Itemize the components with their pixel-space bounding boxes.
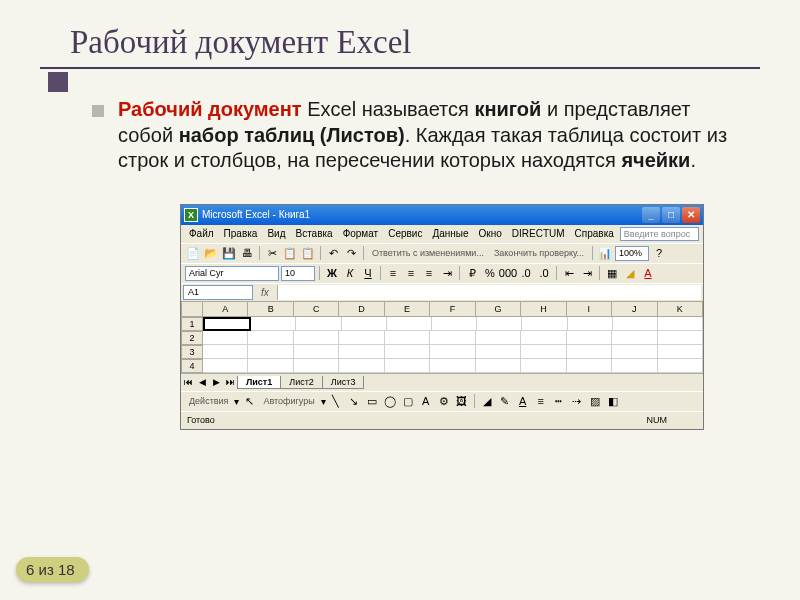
dashstyle-icon[interactable]: ┅	[551, 393, 567, 409]
fx-icon[interactable]: fx	[253, 287, 277, 298]
menu-format[interactable]: Формат	[339, 227, 383, 240]
menu-view[interactable]: Вид	[263, 227, 289, 240]
col-header[interactable]: F	[430, 301, 475, 317]
print-icon[interactable]: 🖶	[239, 245, 255, 261]
linestyle-icon[interactable]: ≡	[533, 393, 549, 409]
finish-review-label[interactable]: Закончить проверку...	[490, 248, 588, 258]
excel-app-icon: X	[184, 208, 198, 222]
rect-icon[interactable]: ▭	[364, 393, 380, 409]
currency-icon[interactable]: ₽	[464, 265, 480, 281]
pointer-icon[interactable]: ↖	[241, 393, 257, 409]
menu-help[interactable]: Справка	[571, 227, 618, 240]
zoom-combo[interactable]: 100%	[615, 246, 649, 261]
font-combo[interactable]: Arial Cyr	[185, 266, 279, 281]
row-header[interactable]: 4	[181, 359, 203, 373]
minimize-button[interactable]: _	[642, 207, 660, 223]
col-header[interactable]: I	[567, 301, 612, 317]
bold-icon[interactable]: Ж	[324, 265, 340, 281]
row-header[interactable]: 2	[181, 331, 203, 345]
new-icon[interactable]: 📄	[185, 245, 201, 261]
line-icon[interactable]: ╲	[328, 393, 344, 409]
inc-decimal-icon[interactable]: .0	[518, 265, 534, 281]
drawing-toolbar: Действия▾ ↖ Автофигуры▾ ╲ ↘ ▭ ◯ ▢ A ⚙ 🖼 …	[181, 391, 703, 411]
close-button[interactable]: ✕	[682, 207, 700, 223]
copy-icon[interactable]: 📋	[282, 245, 298, 261]
help-icon[interactable]: ?	[651, 245, 667, 261]
name-box[interactable]: A1	[183, 285, 253, 300]
col-header[interactable]: K	[658, 301, 703, 317]
sheet-tab-3[interactable]: Лист3	[322, 376, 365, 389]
spreadsheet-grid[interactable]: A B C D E F G H I J K 1 2 3 4	[181, 301, 703, 373]
3d-icon[interactable]: ◧	[605, 393, 621, 409]
paste-icon[interactable]: 📋	[300, 245, 316, 261]
shadow-icon[interactable]: ▨	[587, 393, 603, 409]
col-header[interactable]: C	[294, 301, 339, 317]
col-header[interactable]: J	[612, 301, 657, 317]
actions-menu[interactable]: Действия	[185, 396, 232, 406]
borders-icon[interactable]: ▦	[604, 265, 620, 281]
clipart-icon[interactable]: 🖼	[454, 393, 470, 409]
menu-data[interactable]: Данные	[428, 227, 472, 240]
save-icon[interactable]: 💾	[221, 245, 237, 261]
menu-window[interactable]: Окно	[475, 227, 506, 240]
select-all-cell[interactable]	[181, 301, 203, 317]
indent-out-icon[interactable]: ⇤	[561, 265, 577, 281]
open-icon[interactable]: 📂	[203, 245, 219, 261]
col-header[interactable]: G	[476, 301, 521, 317]
menu-directum[interactable]: DIRECTUM	[508, 227, 569, 240]
linecolor-icon[interactable]: ✎	[497, 393, 513, 409]
arrowstyle-icon[interactable]: ⇢	[569, 393, 585, 409]
text-red: Рабочий документ	[118, 98, 302, 120]
size-combo[interactable]: 10	[281, 266, 315, 281]
menu-edit[interactable]: Правка	[220, 227, 262, 240]
col-header[interactable]: B	[248, 301, 293, 317]
merge-icon[interactable]: ⇥	[439, 265, 455, 281]
tab-nav-next-icon[interactable]: ▶	[209, 377, 223, 387]
cell-a1[interactable]	[203, 317, 251, 331]
col-header[interactable]: E	[385, 301, 430, 317]
col-header[interactable]: A	[203, 301, 248, 317]
italic-icon[interactable]: К	[342, 265, 358, 281]
formula-bar[interactable]	[277, 285, 701, 300]
menu-file[interactable]: Файл	[185, 227, 218, 240]
tab-nav-prev-icon[interactable]: ◀	[195, 377, 209, 387]
format-toolbar: Arial Cyr 10 Ж К Ч ≡ ≡ ≡ ⇥ ₽ % 000 .0 .0…	[181, 263, 703, 283]
tab-nav-first-icon[interactable]: ⏮	[181, 377, 195, 387]
col-header[interactable]: H	[521, 301, 566, 317]
align-left-icon[interactable]: ≡	[385, 265, 401, 281]
oval-icon[interactable]: ◯	[382, 393, 398, 409]
indent-in-icon[interactable]: ⇥	[579, 265, 595, 281]
redo-icon[interactable]: ↷	[343, 245, 359, 261]
help-question-input[interactable]: Введите вопрос	[620, 227, 699, 241]
reply-changes-label[interactable]: Ответить с изменениями...	[368, 248, 488, 258]
percent-icon[interactable]: %	[482, 265, 498, 281]
underline-icon[interactable]: Ч	[360, 265, 376, 281]
window-title: Microsoft Excel - Книга1	[202, 209, 310, 220]
menu-insert[interactable]: Вставка	[291, 227, 336, 240]
slide-divider	[40, 67, 760, 69]
fill-icon[interactable]: ◢	[479, 393, 495, 409]
chart-icon[interactable]: 📊	[597, 245, 613, 261]
align-center-icon[interactable]: ≡	[403, 265, 419, 281]
comma-icon[interactable]: 000	[500, 265, 516, 281]
fontcolor-icon[interactable]: A	[515, 393, 531, 409]
sheet-tab-2[interactable]: Лист2	[280, 376, 323, 389]
undo-icon[interactable]: ↶	[325, 245, 341, 261]
fill-color-icon[interactable]: ◢	[622, 265, 638, 281]
textbox-icon[interactable]: ▢	[400, 393, 416, 409]
dec-decimal-icon[interactable]: .0	[536, 265, 552, 281]
arrow-icon[interactable]: ↘	[346, 393, 362, 409]
menu-tools[interactable]: Сервис	[384, 227, 426, 240]
col-header[interactable]: D	[339, 301, 384, 317]
maximize-button[interactable]: □	[662, 207, 680, 223]
diagram-icon[interactable]: ⚙	[436, 393, 452, 409]
font-color-icon[interactable]: A	[640, 265, 656, 281]
tab-nav-last-icon[interactable]: ⏭	[223, 377, 237, 387]
cut-icon[interactable]: ✂	[264, 245, 280, 261]
row-header[interactable]: 1	[181, 317, 203, 331]
wordart-icon[interactable]: A	[418, 393, 434, 409]
row-header[interactable]: 3	[181, 345, 203, 359]
autoshapes-menu[interactable]: Автофигуры	[259, 396, 318, 406]
align-right-icon[interactable]: ≡	[421, 265, 437, 281]
sheet-tab-1[interactable]: Лист1	[237, 376, 281, 389]
